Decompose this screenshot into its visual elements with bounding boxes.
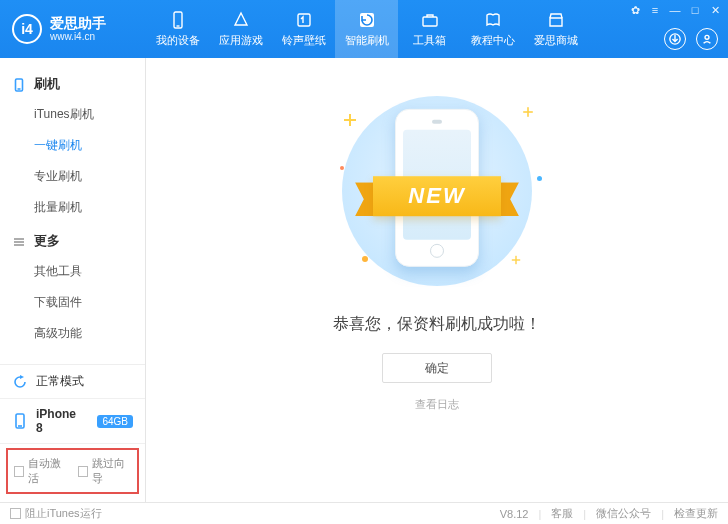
phone-icon xyxy=(169,11,187,29)
status-device-label: iPhone 8 xyxy=(36,407,85,435)
storage-badge: 64GB xyxy=(97,415,133,428)
tab-label: 铃声壁纸 xyxy=(282,33,326,48)
status-device[interactable]: iPhone 8 64GB xyxy=(0,399,145,444)
minimize-icon[interactable]: — xyxy=(668,3,682,17)
status-mode[interactable]: 正常模式 xyxy=(0,365,145,399)
checkbox-autoactivate[interactable]: 自动激活 xyxy=(14,456,68,486)
sidebar: 刷机 iTunes刷机 一键刷机 专业刷机 批量刷机 更多 其他工具 下载固件 … xyxy=(0,58,146,502)
checkbox-icon xyxy=(14,466,24,477)
svg-rect-4 xyxy=(423,17,437,26)
tab-label: 工具箱 xyxy=(413,33,446,48)
tab-label: 智能刷机 xyxy=(345,33,389,48)
book-icon xyxy=(484,11,502,29)
list-icon xyxy=(12,235,26,249)
phone-icon xyxy=(12,78,26,92)
sidebar-head-more[interactable]: 更多 xyxy=(0,227,145,256)
support-link[interactable]: 客服 xyxy=(551,506,573,521)
sidebar-head-label: 刷机 xyxy=(34,76,60,93)
sidebar-item-batch[interactable]: 批量刷机 xyxy=(34,192,145,223)
status-mode-label: 正常模式 xyxy=(36,373,84,390)
store-icon xyxy=(547,11,565,29)
brand-logo: i4 xyxy=(12,14,42,44)
maximize-icon[interactable]: □ xyxy=(688,3,702,17)
checkbox-icon xyxy=(10,508,21,519)
version-label: V8.12 xyxy=(500,508,529,520)
brand-title: 爱思助手 xyxy=(50,15,106,31)
tab-label: 教程中心 xyxy=(471,33,515,48)
tab-tutorial[interactable]: 教程中心 xyxy=(461,0,524,58)
brand: i4 爱思助手 www.i4.cn xyxy=(0,0,146,58)
footer-bar: 阻止iTunes运行 V8.12 | 客服 | 微信公众号 | 检查更新 xyxy=(0,502,728,524)
user-button[interactable] xyxy=(696,28,718,50)
checkbox-skipguide[interactable]: 跳过向导 xyxy=(78,456,132,486)
sidebar-item-fwdl[interactable]: 下载固件 xyxy=(34,287,145,318)
sidebar-item-othertools[interactable]: 其他工具 xyxy=(34,256,145,287)
menu-icon[interactable]: ≡ xyxy=(648,3,662,17)
tab-flash[interactable]: 智能刷机 xyxy=(335,0,398,58)
sidebar-item-itunes[interactable]: iTunes刷机 xyxy=(34,99,145,130)
ok-button[interactable]: 确定 xyxy=(382,353,492,383)
flash-options-box: 自动激活 跳过向导 xyxy=(6,448,139,494)
tab-games[interactable]: 应用游戏 xyxy=(209,0,272,58)
tab-label: 我的设备 xyxy=(156,33,200,48)
refresh-icon xyxy=(358,11,376,29)
close-icon[interactable]: ✕ xyxy=(708,3,722,17)
sidebar-item-pro[interactable]: 专业刷机 xyxy=(34,161,145,192)
tab-ring[interactable]: 铃声壁纸 xyxy=(272,0,335,58)
sidebar-head-label: 更多 xyxy=(34,233,60,250)
tab-label: 爱思商城 xyxy=(534,33,578,48)
success-illustration: NEW xyxy=(322,86,552,296)
ribbon-text: NEW xyxy=(373,176,501,216)
apps-icon xyxy=(232,11,250,29)
main-panel: NEW 恭喜您，保资料刷机成功啦！ 确定 查看日志 xyxy=(146,58,728,502)
sidebar-item-adv[interactable]: 高级功能 xyxy=(34,318,145,349)
view-log-link[interactable]: 查看日志 xyxy=(415,397,459,412)
tab-store[interactable]: 爱思商城 xyxy=(524,0,587,58)
settings-icon[interactable]: ✿ xyxy=(628,3,642,17)
svg-point-6 xyxy=(705,35,709,39)
tab-device[interactable]: 我的设备 xyxy=(146,0,209,58)
toolbox-icon xyxy=(421,11,439,29)
app-header: i4 爱思助手 www.i4.cn 我的设备 应用游戏 铃声壁纸 智能刷机 工具… xyxy=(0,0,728,58)
checkbox-icon xyxy=(78,466,88,477)
wechat-link[interactable]: 微信公众号 xyxy=(596,506,651,521)
update-link[interactable]: 检查更新 xyxy=(674,506,718,521)
tab-label: 应用游戏 xyxy=(219,33,263,48)
sidebar-head-flash[interactable]: 刷机 xyxy=(0,70,145,99)
download-button[interactable] xyxy=(664,28,686,50)
svg-rect-2 xyxy=(298,14,310,26)
music-icon xyxy=(295,11,313,29)
refresh-icon xyxy=(12,374,28,390)
phone-icon xyxy=(12,413,28,429)
window-controls: ✿ ≡ — □ ✕ xyxy=(628,3,722,17)
success-message: 恭喜您，保资料刷机成功啦！ xyxy=(333,314,541,335)
sidebar-item-onekey[interactable]: 一键刷机 xyxy=(34,130,145,161)
checkbox-block-itunes[interactable]: 阻止iTunes运行 xyxy=(10,506,102,521)
tab-toolbox[interactable]: 工具箱 xyxy=(398,0,461,58)
brand-url: www.i4.cn xyxy=(50,31,106,43)
